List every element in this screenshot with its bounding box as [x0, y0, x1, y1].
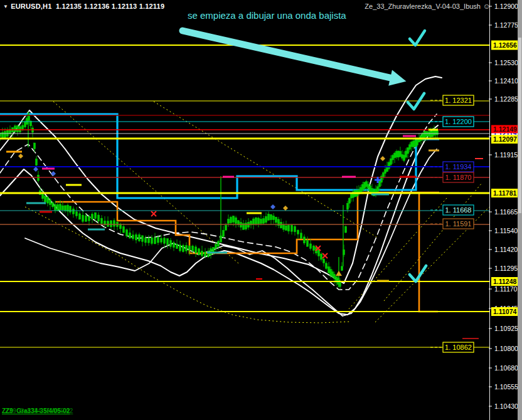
candle-body [230, 218, 232, 223]
candle-body [14, 126, 16, 132]
candle-body [392, 155, 394, 160]
signal-diamond-icon [283, 206, 288, 211]
candle-body [260, 219, 262, 223]
candle-body [167, 239, 169, 245]
axis-tick-label: 1.10430 [494, 402, 518, 410]
candle-body [164, 238, 166, 243]
candle-body [323, 259, 325, 263]
candle-body [297, 230, 299, 234]
axis-price-box-label: 1.11248 [493, 278, 517, 285]
price-label-text: 1. 11870 [445, 174, 471, 181]
trend-arrow-shaft[interactable] [183, 31, 393, 78]
candle-body [255, 218, 257, 224]
candle-body [334, 274, 336, 278]
price-label-text: 1. 12321 [445, 97, 472, 104]
candle-body [79, 214, 81, 219]
smiley-icon: ☺ [483, 2, 491, 11]
candle-body [136, 234, 137, 240]
candle-body [370, 186, 371, 192]
ohlc-values: 1.12135 1.12136 1.12113 1.12119 [56, 3, 164, 10]
candle-body [92, 214, 93, 219]
candle-body [283, 225, 285, 229]
price-label-text: 1. 11668 [445, 206, 471, 214]
candle-body [95, 213, 97, 219]
checkmark-icon[interactable] [410, 31, 425, 45]
candle-body [409, 145, 411, 149]
candle-body [173, 243, 175, 248]
axis-price-box-label: 1.12097 [493, 135, 517, 143]
vertical-scrollbar-thumb[interactable] [518, 38, 521, 213]
candle-body [253, 219, 255, 224]
axis-tick-label: 1.11170 [494, 285, 518, 293]
mt4-chart-window: 1. 123211. 122001. 119341. 118701. 11668… [0, 0, 522, 420]
candle-body [407, 148, 409, 154]
candle-body [85, 216, 87, 221]
candle-body [189, 246, 191, 250]
axis-tick-label: 1.11540 [494, 227, 518, 234]
axis-tick-label: 1.11420 [494, 246, 518, 253]
axis-tick-label: 1.11915 [494, 151, 518, 159]
candle-body [294, 226, 296, 232]
indicator-credit: Ze_33_Zhuravlerezka_V-04-03_Ibush [365, 3, 481, 10]
candle-body [400, 151, 402, 157]
signal-cross-icon [151, 211, 156, 216]
candle-body [428, 132, 430, 136]
candle-body [52, 202, 54, 207]
band-lower[interactable] [0, 125, 438, 315]
candle-body [132, 235, 134, 239]
candle-body [215, 244, 217, 249]
candle-body [341, 266, 343, 271]
candle-body [60, 204, 61, 210]
candle-body [34, 143, 36, 149]
candle-body [288, 225, 290, 231]
signal-diamond-icon [51, 171, 56, 176]
candle-body [411, 142, 413, 147]
candle-body [413, 141, 415, 147]
candle-body [402, 155, 403, 159]
axis-tick-label: 1.12530 [494, 59, 518, 66]
chart-canvas[interactable]: 1. 123211. 122001. 119341. 118701. 11668… [0, 0, 522, 420]
candle-body [148, 238, 150, 243]
candle-body [263, 219, 265, 224]
candle-body [347, 203, 349, 209]
candle-body [245, 223, 247, 229]
candle-body [223, 230, 225, 236]
candle-body [139, 234, 141, 241]
candle-body [17, 125, 19, 132]
candle-body [36, 159, 38, 165]
candle-body [157, 237, 159, 243]
candle-body [76, 212, 78, 216]
price-label-text: 1. 10862 [445, 344, 472, 351]
candle-body [201, 251, 203, 256]
candle-body [47, 197, 49, 203]
candle-body [362, 184, 364, 191]
candle-body [110, 221, 112, 227]
candle-body [304, 237, 306, 243]
axis-tick-label: 1.10800 [494, 345, 518, 352]
candle-body [313, 246, 315, 250]
trend-dotted-up-1[interactable] [344, 198, 447, 315]
candle-body [405, 151, 407, 157]
axis-tick-label: 1.10555 [494, 383, 518, 391]
candle-body [268, 214, 270, 220]
candle-body [62, 206, 64, 210]
candle-body [205, 252, 206, 256]
candle-body [57, 204, 59, 211]
candle-body [186, 246, 188, 251]
signal-arrow-up-icon [336, 271, 342, 276]
collapse-triangle-icon[interactable]: ▼ [3, 4, 8, 9]
annotation-text[interactable]: se empieza a dibujar una onda bajista [188, 10, 346, 21]
band-outer-lower[interactable] [25, 149, 437, 316]
candle-body [225, 225, 227, 230]
axis-tick-label: 1.12410 [494, 77, 518, 85]
candle-body [310, 244, 312, 249]
candle-body [98, 215, 100, 221]
candle-body [398, 151, 400, 157]
candle-body [258, 218, 260, 224]
candle-body [275, 217, 277, 223]
candle-body [114, 221, 115, 226]
candle-body [424, 132, 426, 138]
axis-tick-label: 1.11665 [494, 208, 518, 216]
price-label-text: 1. 11591 [445, 220, 471, 228]
symbol-ohlc-title: ▼EURUSD,H1 1.12135 1.12136 1.12113 1.121… [3, 3, 164, 10]
